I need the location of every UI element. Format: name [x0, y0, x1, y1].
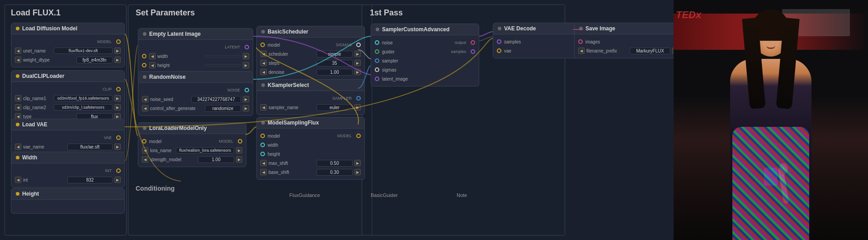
si-prefix-label: filename_prefix	[586, 48, 628, 53]
steps-right[interactable]: ▶	[354, 60, 361, 66]
sca-guider-input	[375, 49, 379, 54]
node-dot-width	[16, 156, 19, 159]
node-load-diffusion-header: Load Diffusion Model	[11, 23, 124, 34]
ms-width-input	[260, 143, 265, 147]
seed-left-arrow[interactable]: ◀	[142, 96, 148, 102]
type-label: type	[23, 114, 75, 119]
clip1-label: clip_name1	[23, 96, 52, 101]
denoise-right[interactable]: ▶	[354, 69, 361, 75]
ms-model-input	[260, 134, 265, 138]
vae-right-arrow[interactable]: ▶	[114, 144, 121, 150]
seed-value: 342274227768747	[191, 96, 241, 103]
node-random-noise: RandomNoise NOISE ◀ noise_seed 342274227…	[138, 71, 253, 116]
node-dot-height	[16, 192, 19, 196]
width-el-right-arrow[interactable]: ▶	[243, 53, 249, 59]
sca-samples-label: samples	[451, 49, 467, 54]
latent-type-label: LATENT	[225, 45, 240, 49]
sampler-name-right[interactable]: ▶	[354, 104, 361, 110]
si-images-input	[578, 39, 583, 44]
unet-name-value: flux/flux1-dev.sft	[54, 48, 113, 54]
clip2-left-arrow[interactable]: ◀	[15, 104, 21, 110]
scheduler-left[interactable]: ◀	[260, 51, 267, 57]
node-load-vae: Load VAE VAE ◀ vae_name flux/ae.sft ▶	[11, 119, 125, 154]
sca-samples-port	[471, 49, 475, 54]
node-dot-latent	[143, 32, 146, 36]
sca-noise-label: noise	[382, 40, 415, 45]
sca-sampler-label: sampler	[382, 58, 475, 63]
node-sampler-custom-title: SamplerCustomAdvanced	[382, 26, 449, 33]
lora-name-right[interactable]: ▶	[236, 147, 242, 154]
ctrl-right-arrow[interactable]: ▶	[243, 105, 249, 111]
noise-output-port	[245, 88, 249, 92]
ctrl-left-arrow[interactable]: ◀	[142, 105, 148, 111]
node-dot-scheduler	[261, 30, 265, 34]
int-label: int	[23, 178, 66, 182]
clip2-label: clip_name2	[23, 105, 52, 110]
sca-guider-label: guider	[382, 49, 414, 54]
strength-value: 1.00	[198, 156, 234, 163]
lora-name-left[interactable]: ◀	[142, 147, 148, 154]
node-dot-ksampler	[261, 83, 265, 87]
base-shift-left[interactable]: ◀	[260, 169, 267, 175]
sampler-name-left[interactable]: ◀	[260, 104, 267, 110]
int-right-arrow[interactable]: ▶	[114, 177, 121, 183]
unet-left-arrow[interactable]: ◀	[15, 48, 21, 54]
clip2-right-arrow[interactable]: ▶	[114, 104, 121, 110]
width-el-left-arrow[interactable]: ◀	[149, 53, 156, 59]
node-load-vae-header: Load VAE	[11, 119, 124, 130]
unet-right-arrow[interactable]: ▶	[114, 48, 121, 54]
sca-output-port	[471, 40, 475, 45]
max-shift-value: 0.50	[316, 160, 353, 167]
max-shift-left[interactable]: ◀	[260, 160, 267, 166]
int-output-port	[116, 168, 121, 173]
base-shift-right[interactable]: ▶	[354, 169, 361, 175]
si-prefix-left[interactable]: ◀	[578, 48, 585, 54]
height-el-left-arrow[interactable]: ◀	[149, 62, 156, 68]
sampler-output	[356, 96, 361, 101]
node-dot-lora	[143, 126, 146, 130]
ms-model-in-label: model	[268, 134, 300, 139]
denoise-left[interactable]: ◀	[260, 69, 267, 75]
max-shift-right[interactable]: ▶	[354, 160, 361, 166]
node-dot-diffusion	[16, 27, 19, 30]
node-lora-loader: LoraLoaderModelOnly model MODEL ◀ lora_n…	[138, 122, 246, 167]
node-empty-latent-title: Empty Latent Image	[149, 31, 201, 37]
sca-latent-input	[375, 77, 379, 81]
vd-samples-label: samples	[504, 39, 537, 44]
sampler-name-value: euler	[316, 104, 353, 111]
weight-left-arrow[interactable]: ◀	[15, 57, 21, 63]
width-field-value	[205, 55, 241, 57]
node-ksampler-header: KSamplerSelect	[257, 80, 364, 91]
node-scheduler-header: BasicScheduler	[257, 26, 364, 38]
node-load-vae-title: Load VAE	[22, 121, 47, 128]
seed-right-arrow[interactable]: ▶	[243, 96, 249, 102]
ms-model-output	[356, 134, 361, 138]
si-prefix-value: MarkuryFLUX	[630, 48, 670, 54]
node-dot-sampler-custom	[376, 28, 379, 31]
node-basic-scheduler: BasicScheduler model SIGMAS ◀ scheduler …	[256, 26, 365, 80]
scheduler-value: simple	[316, 51, 353, 58]
steps-label: steps	[269, 61, 315, 66]
node-ksampler-title: KSamplerSelect	[268, 82, 309, 88]
node-dot-vae-decode	[498, 27, 501, 30]
clip-type-label: CLIP	[103, 87, 112, 91]
weight-right-arrow[interactable]: ▶	[114, 57, 121, 63]
strength-left[interactable]: ◀	[142, 156, 148, 163]
sca-output-label: output	[455, 40, 466, 45]
int-left-arrow[interactable]: ◀	[15, 177, 21, 183]
steps-left[interactable]: ◀	[260, 60, 267, 66]
height-el-right-arrow[interactable]: ▶	[243, 62, 249, 68]
node-height-title: Height	[22, 191, 39, 197]
vae-left-arrow[interactable]: ◀	[15, 144, 21, 150]
vae-type-label: VAE	[104, 135, 112, 140]
clip1-left-arrow[interactable]: ◀	[15, 95, 21, 101]
strength-right[interactable]: ▶	[236, 156, 242, 163]
model-type-label: MODEL	[97, 39, 112, 44]
node-load-diffusion: Load Diffusion Model MODEL ◀ unet_name f…	[11, 23, 125, 67]
scheduler-right[interactable]: ▶	[354, 51, 361, 57]
node-empty-latent-header: Empty Latent Image	[138, 29, 253, 40]
int-type-label: INT	[105, 168, 112, 173]
sigmas-type: SIGMAS	[336, 43, 352, 47]
node-lora-title: LoraLoaderModelOnly	[149, 125, 207, 131]
clip1-right-arrow[interactable]: ▶	[114, 95, 121, 101]
